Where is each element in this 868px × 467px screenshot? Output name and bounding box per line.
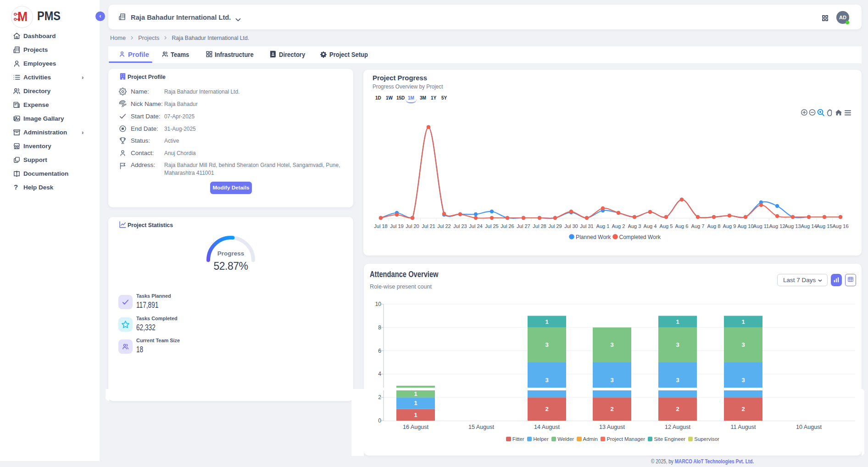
svg-text:Jul 31: Jul 31 (580, 223, 594, 229)
svg-text:16 August: 16 August (403, 424, 429, 430)
svg-text:8: 8 (378, 324, 381, 331)
svg-text:10 August: 10 August (796, 424, 822, 430)
svg-text:10: 10 (375, 301, 382, 307)
svg-text:Jul 29: Jul 29 (548, 223, 562, 229)
svg-text:Jul 18: Jul 18 (374, 223, 388, 229)
svg-text:Completed Work: Completed Work (619, 234, 661, 240)
svg-text:Aug 6: Aug 6 (675, 223, 689, 229)
svg-text:3: 3 (545, 377, 548, 384)
svg-text:Aug 2: Aug 2 (612, 223, 625, 229)
svg-text:2: 2 (741, 406, 745, 412)
svg-text:Jul 23: Jul 23 (453, 223, 467, 229)
svg-text:3: 3 (741, 341, 745, 348)
svg-text:15 August: 15 August (468, 424, 495, 430)
svg-text:Jul 27: Jul 27 (517, 223, 530, 229)
svg-text:Jul 21: Jul 21 (422, 223, 435, 229)
svg-text:Aug 9: Aug 9 (723, 223, 736, 229)
svg-text:Jul 24: Jul 24 (469, 223, 483, 229)
svg-text:Planned Work: Planned Work (576, 234, 611, 240)
svg-text:Jul 26: Jul 26 (501, 223, 514, 229)
svg-text:12 August: 12 August (665, 424, 691, 430)
svg-text:3: 3 (676, 377, 679, 384)
svg-text:Aug 16: Aug 16 (832, 223, 848, 229)
svg-text:1: 1 (545, 318, 548, 325)
svg-text:Aug 4: Aug 4 (644, 223, 657, 229)
svg-text:2: 2 (676, 406, 679, 412)
svg-text:1: 1 (414, 411, 417, 418)
svg-text:Jul 19: Jul 19 (390, 223, 404, 229)
svg-text:1: 1 (414, 390, 417, 397)
svg-text:Aug 1: Aug 1 (596, 223, 610, 229)
svg-text:2: 2 (378, 394, 381, 400)
svg-text:Aug 15: Aug 15 (816, 223, 832, 229)
svg-text:2: 2 (610, 406, 613, 412)
svg-text:3: 3 (676, 341, 679, 348)
svg-text:1: 1 (414, 400, 417, 406)
svg-text:Jul 30: Jul 30 (564, 223, 578, 229)
svg-text:Aug 13: Aug 13 (785, 223, 801, 229)
svg-text:11 August: 11 August (730, 424, 756, 430)
svg-text:Aug 7: Aug 7 (691, 223, 705, 229)
svg-text:Aug 8: Aug 8 (707, 223, 721, 229)
svg-text:1: 1 (741, 318, 745, 325)
svg-text:6: 6 (378, 348, 381, 354)
svg-text:3: 3 (610, 341, 613, 348)
svg-text:Aug 14: Aug 14 (801, 223, 817, 229)
svg-text:Aug 3: Aug 3 (628, 223, 641, 229)
svg-text:Jul 25: Jul 25 (485, 223, 499, 229)
svg-text:2: 2 (545, 406, 548, 412)
svg-text:14 August: 14 August (534, 424, 560, 430)
svg-text:0: 0 (378, 417, 381, 424)
svg-text:3: 3 (610, 377, 613, 384)
svg-text:Jul 28: Jul 28 (533, 223, 546, 229)
svg-text:3: 3 (741, 377, 745, 384)
svg-text:Aug 10: Aug 10 (737, 223, 753, 229)
svg-text:Aug 5: Aug 5 (660, 223, 673, 229)
svg-text:1: 1 (676, 318, 679, 325)
svg-text:Jul 20: Jul 20 (406, 223, 419, 229)
svg-text:3: 3 (545, 341, 548, 348)
svg-text:Jul 22: Jul 22 (437, 223, 451, 229)
svg-text:Aug 11: Aug 11 (753, 223, 769, 229)
svg-text:13 August: 13 August (599, 424, 625, 430)
svg-text:4: 4 (378, 371, 381, 377)
svg-text:Aug 12: Aug 12 (769, 223, 785, 229)
